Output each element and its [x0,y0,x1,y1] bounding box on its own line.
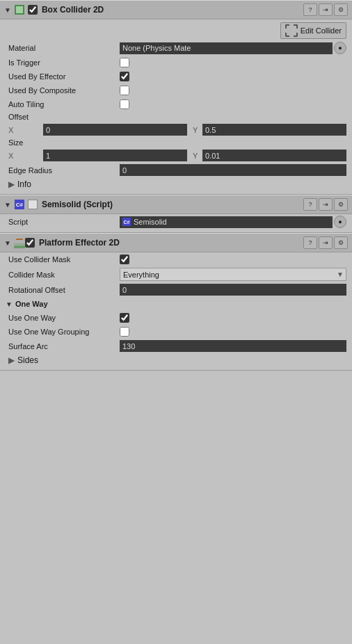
box-collider-component: ▼ Box Collider 2D ? ⇥ ⚙ Edit Collider Ma… [0,0,352,195]
box-collider-arrow[interactable]: ▼ [4,6,11,14]
surface-arc-input[interactable] [120,340,346,352]
collider-mask-value: Everything ▼ [120,268,346,281]
is-trigger-row: Is Trigger [0,56,352,70]
edge-radius-row: Edge Radius [0,163,352,177]
used-by-composite-checkbox[interactable] [120,86,129,95]
info-arrow[interactable]: ▶ [8,179,15,189]
script-select-button[interactable]: ● [334,216,346,228]
size-y-label: Y [193,152,201,160]
box-collider-header-buttons: ? ⇥ ⚙ [303,3,348,16]
platform-icon-shape [14,237,25,248]
script-value-wrapper: C# Semisolid ● [120,216,346,228]
collider-mask-select-wrapper: Everything ▼ [120,268,346,281]
material-input[interactable] [120,42,333,54]
material-row: Material ● [0,40,352,56]
use-one-way-grouping-label: Use One Way Grouping [8,328,120,336]
surface-arc-row: Surface Arc [0,339,352,353]
platform-effector-expand-button[interactable]: ⇥ [319,236,333,249]
use-one-way-checkbox[interactable] [120,313,129,323]
use-one-way-grouping-value [120,327,346,337]
rotational-offset-label: Rotational Offset [8,286,120,294]
one-way-arrow[interactable]: ▼ [6,300,13,308]
one-way-title: One Way [15,300,48,308]
info-row: ▶ Info [0,177,352,191]
auto-tiling-checkbox[interactable] [120,99,129,109]
edge-radius-value [120,164,346,176]
sides-label: Sides [17,355,38,365]
used-by-effector-row: Used By Effector [0,70,352,83]
edge-radius-input[interactable] [120,164,346,176]
offset-section-label: Offset [0,111,352,122]
semisolid-title: Semisolid (Script) [42,200,303,209]
offset-x-input[interactable] [43,124,187,136]
size-xy-row: X Y [0,148,352,163]
material-select-button[interactable]: ● [334,42,346,54]
semisolid-icon: C# [14,199,25,210]
semisolid-header-buttons: ? ⇥ ⚙ [303,198,348,211]
platform-effector-help-button[interactable]: ? [303,236,317,249]
semisolid-settings-button[interactable]: ⚙ [334,198,348,211]
semisolid-script-icon: C# [15,200,24,209]
rotational-offset-value [120,284,346,296]
offset-xy-row: X Y [0,122,352,137]
edit-collider-button[interactable]: Edit Collider [280,22,346,39]
collider-mask-select[interactable]: Everything [120,268,346,281]
is-trigger-label: Is Trigger [8,58,120,67]
use-collider-mask-checkbox[interactable] [120,255,129,264]
sides-arrow[interactable]: ▶ [8,355,15,365]
used-by-composite-value [120,86,346,95]
collider-mask-label: Collider Mask [8,271,120,279]
size-section-label: Size [0,137,352,148]
used-by-effector-value [120,72,346,81]
auto-tiling-row: Auto Tiling [0,97,352,111]
box-collider-expand-button[interactable]: ⇥ [319,3,333,16]
is-trigger-checkbox[interactable] [120,58,129,67]
edit-collider-label: Edit Collider [301,26,342,35]
semisolid-obj-icon [28,200,38,209]
box-collider-icon [14,4,25,15]
semisolid-expand-button[interactable]: ⇥ [319,198,333,211]
box-collider-help-button[interactable]: ? [303,3,317,16]
edit-collider-icon [285,24,298,37]
material-value-wrapper: ● [120,42,346,54]
size-x-input[interactable] [43,150,187,161]
platform-effector-arrow[interactable]: ▼ [4,239,11,247]
edge-radius-label: Edge Radius [8,166,120,175]
use-one-way-row: Use One Way [0,311,352,325]
offset-y-input[interactable] [202,124,346,136]
use-one-way-label: Use One Way [8,314,120,322]
semisolid-header: ▼ C# Semisolid (Script) ? ⇥ ⚙ [0,195,352,214]
box-collider-enabled-checkbox[interactable] [28,5,38,15]
size-x-label: X [8,152,43,160]
edit-collider-row: Edit Collider [0,19,352,40]
semisolid-arrow[interactable]: ▼ [4,201,11,209]
surface-arc-label: Surface Arc [8,342,120,351]
auto-tiling-value [120,99,346,109]
used-by-effector-checkbox[interactable] [120,72,129,81]
script-cs-icon: C# [122,218,131,226]
use-one-way-value [120,313,346,323]
offset-y-label: Y [193,126,201,134]
used-by-effector-label: Used By Effector [8,72,120,81]
size-y-input[interactable] [202,150,346,161]
platform-effector-settings-button[interactable]: ⚙ [334,236,348,249]
rotational-offset-row: Rotational Offset [0,282,352,297]
is-trigger-value [120,58,346,67]
platform-effector-header-buttons: ? ⇥ ⚙ [303,236,348,249]
use-collider-mask-label: Use Collider Mask [8,255,120,264]
box-collider-settings-button[interactable]: ⚙ [334,3,348,16]
rotational-offset-input[interactable] [120,284,346,296]
script-label: Script [8,218,120,226]
platform-effector-enabled-checkbox[interactable] [25,238,35,248]
semisolid-component: ▼ C# Semisolid (Script) ? ⇥ ⚙ Script C# … [0,195,352,233]
use-one-way-grouping-checkbox[interactable] [120,327,129,337]
used-by-composite-row: Used By Composite [0,83,352,97]
use-collider-mask-row: Use Collider Mask [0,252,352,266]
material-label: Material [8,44,120,52]
script-value: Semisolid [134,218,167,226]
platform-effector-component: ▼ Platform Effector 2D ? ⇥ ⚙ Use Collide… [0,233,352,371]
used-by-composite-label: Used By Composite [8,86,120,95]
semisolid-help-button[interactable]: ? [303,198,317,211]
box-collider-title: Box Collider 2D [42,5,303,15]
use-collider-mask-value [120,255,346,264]
